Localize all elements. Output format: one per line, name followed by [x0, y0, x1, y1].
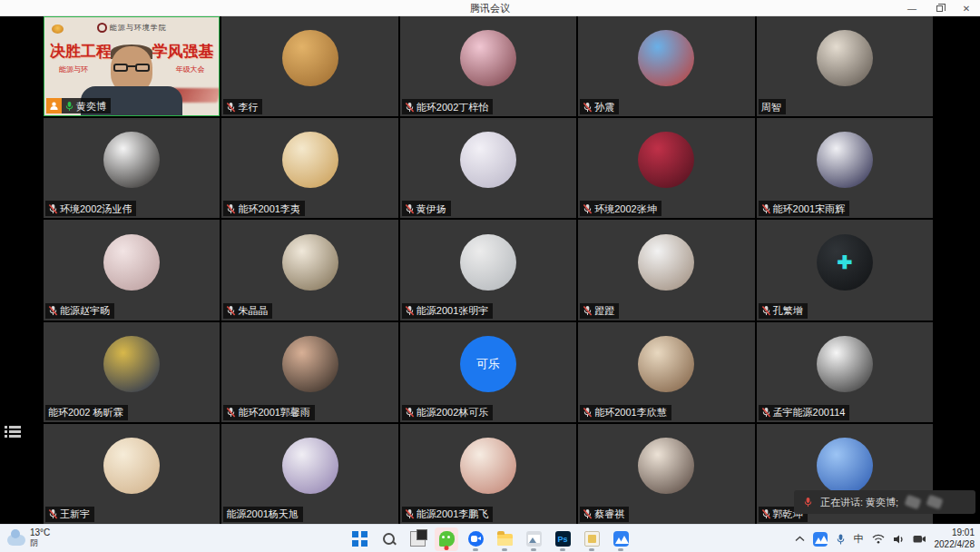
participant-tile[interactable]: ✚ 孔繁增: [757, 220, 933, 320]
participant-name: 能源2002林可乐: [416, 405, 488, 419]
mic-status-icon: [226, 407, 236, 418]
avatar: [103, 336, 160, 392]
mic-status-icon: [405, 508, 415, 519]
file-explorer-icon[interactable]: [493, 527, 516, 551]
tencent-meeting-icon[interactable]: [464, 527, 487, 551]
camera-in-use-icon[interactable]: [913, 534, 926, 544]
participant-tile[interactable]: 环境2002张坤: [578, 118, 754, 218]
participant-name: 蹬蹬: [594, 303, 614, 318]
avatar: [817, 30, 873, 86]
mic-status-icon: [64, 101, 74, 112]
name-tag: 能源2002林可乐: [402, 405, 493, 420]
participant-tile[interactable]: 孟宇能源200114: [757, 322, 933, 422]
participant-tile[interactable]: 黄伊扬: [400, 118, 576, 218]
participant-tile[interactable]: 能源2001杨天旭: [221, 424, 397, 524]
weather-condition: 阴: [30, 538, 50, 547]
wifi-icon[interactable]: [872, 534, 885, 544]
participant-tile[interactable]: 能环2001宋雨辉: [757, 118, 933, 218]
name-tag: 朱晶晶: [223, 303, 272, 319]
participant-tile[interactable]: 李行: [221, 16, 397, 116]
participant-tile[interactable]: 朱晶晶: [221, 220, 397, 320]
name-tag: 蹬蹬: [580, 303, 619, 319]
participant-tile[interactable]: 能环2002 杨昕霖: [44, 322, 220, 422]
name-tag: 李行: [223, 99, 262, 114]
participant-name: 蔡睿祺: [594, 507, 624, 521]
minimize-button[interactable]: —: [898, 0, 926, 16]
speaking-mic-icon: [803, 497, 813, 508]
photos-app-icon[interactable]: [522, 527, 545, 551]
avatar-text: 可乐: [476, 356, 500, 372]
participant-tile[interactable]: 能源赵宇旸: [44, 220, 220, 320]
participant-name: 王新宇: [60, 507, 90, 521]
blue-mountain-app-icon: [613, 531, 629, 547]
participant-tile[interactable]: 能源2001李鹏飞: [400, 424, 576, 524]
participant-name: 能环2001李欣慧: [594, 405, 666, 419]
ime-indicator[interactable]: 中: [854, 532, 864, 546]
window-titlebar: 腾讯会议 — ✕: [0, 0, 980, 16]
close-button[interactable]: ✕: [953, 0, 980, 16]
wechat-icon: [439, 531, 455, 547]
name-tag: 能源2001杨天旭: [223, 507, 302, 522]
avatar: [638, 234, 694, 291]
participant-tile[interactable]: 周智: [757, 16, 933, 116]
member-list-toggle[interactable]: [5, 426, 21, 440]
start-button: [352, 531, 368, 547]
running-indicator: [560, 548, 565, 551]
participant-name: 能环2002丁梓怡: [416, 100, 488, 114]
participant-name: 孟宇能源200114: [773, 405, 846, 419]
participant-name: 能环2002 杨昕霖: [48, 405, 123, 419]
participant-tile[interactable]: 能环2001郭馨雨: [221, 322, 397, 422]
avatar: [817, 132, 873, 188]
avatar: [460, 438, 516, 494]
mic-status-icon: [583, 407, 593, 418]
task-view-icon[interactable]: [406, 527, 429, 551]
mic-status-icon: [226, 203, 236, 214]
blurred-content: [905, 495, 922, 510]
wechat-icon[interactable]: [435, 527, 458, 551]
hidden-icons-chevron[interactable]: [795, 536, 805, 542]
avatar: [282, 30, 338, 86]
participant-tile[interactable]: 王新宇: [44, 424, 220, 524]
avatar: [282, 438, 338, 494]
clock-widget[interactable]: 19:01 2022/4/28: [935, 527, 975, 550]
participant-tile[interactable]: 蹬蹬: [578, 220, 754, 320]
mic-status-icon: [583, 102, 593, 113]
blue-mountain-app-icon[interactable]: [609, 527, 632, 551]
participant-tile[interactable]: 环境2002汤业伟: [44, 118, 220, 218]
name-tag: 周智: [759, 99, 786, 114]
speaker-video-tile[interactable]: 能源与环境学院 决胜工程 学风强基 能源与环 年级大会: [44, 16, 220, 116]
participant-tile[interactable]: 能环2001李欣慧: [578, 322, 754, 422]
weather-widget[interactable]: 13°C 阴: [7, 527, 50, 547]
participant-tile[interactable]: 能源2001张明宇: [400, 220, 576, 320]
volume-icon[interactable]: [893, 534, 905, 545]
avatar: [638, 132, 694, 188]
participant-tile[interactable]: 蔡睿祺: [578, 424, 754, 524]
participant-tile[interactable]: 能环2001李夷: [221, 118, 397, 218]
whiteboard-app-icon[interactable]: [580, 527, 603, 551]
photoshop-icon[interactable]: Ps: [551, 527, 574, 551]
participant-tile[interactable]: 可乐 能源2002林可乐: [400, 322, 576, 422]
running-indicator: [473, 548, 478, 551]
name-tag: 孔繁增: [759, 303, 808, 319]
avatar: [460, 132, 516, 188]
window-title: 腾讯会议: [0, 2, 980, 15]
name-tag: 能环2001宋雨辉: [759, 201, 849, 216]
name-tag: 蔡睿祺: [580, 507, 629, 522]
name-tag: 环境2002张坤: [580, 201, 661, 216]
tray-blue-mountain-app-icon[interactable]: [813, 532, 828, 547]
participant-tile[interactable]: 孙震: [578, 16, 754, 116]
meeting-stage: 能源与环境学院 决胜工程 学风强基 能源与环 年级大会: [0, 16, 980, 524]
participant-tile[interactable]: 能环2002丁梓怡: [400, 16, 576, 116]
microphone-tray-icon[interactable]: [836, 533, 846, 546]
blurred-content: [926, 495, 944, 510]
avatar: [817, 438, 873, 494]
list-icon: [5, 426, 21, 429]
start-button[interactable]: [348, 527, 371, 551]
participant-name: 能源2001李鹏飞: [416, 507, 488, 521]
name-tag: 能环2001李欣慧: [580, 405, 671, 420]
mic-status-icon: [583, 508, 593, 519]
restore-button[interactable]: [926, 0, 953, 16]
participant-name: 周智: [761, 100, 781, 114]
search-button[interactable]: [377, 527, 400, 551]
mic-status-icon: [48, 508, 58, 519]
